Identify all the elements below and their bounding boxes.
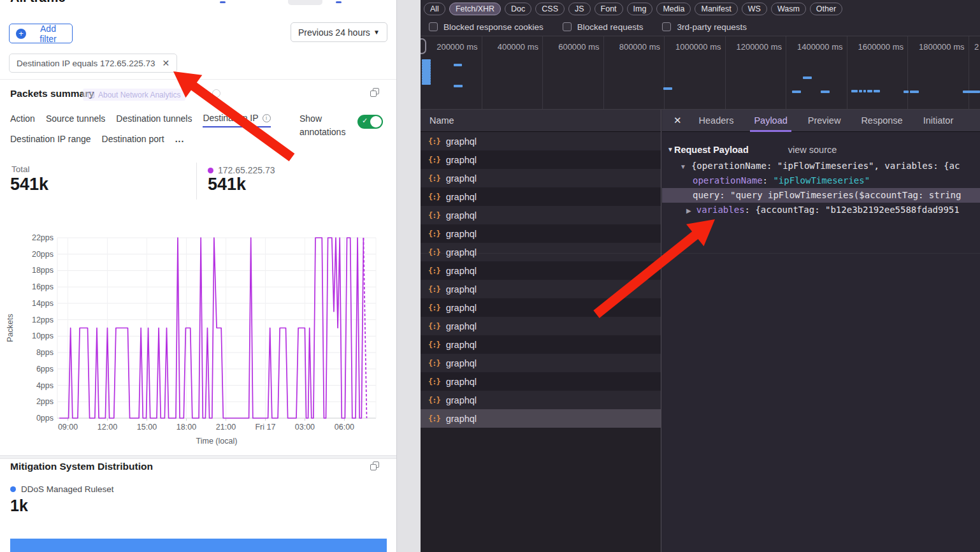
request-row[interactable]: {:}graphql (421, 132, 661, 150)
y-tick-label: 0pps (36, 414, 54, 423)
checkbox-label: Blocked response cookies (443, 22, 544, 32)
tab-destination-ip-range[interactable]: Destination IP range (10, 134, 91, 147)
request-timing-mark (851, 90, 858, 92)
filter-pill-font[interactable]: Font (594, 3, 623, 15)
payload-text: : (763, 175, 774, 185)
tab-source-tunnels[interactable]: Source tunnels (46, 113, 105, 127)
checkbox-blocked-response-cookies[interactable]: Blocked response cookies (429, 22, 544, 32)
close-icon[interactable]: ✕ (662, 115, 691, 126)
detail-tab-response[interactable]: Response (853, 110, 910, 132)
fetch-json-icon: {:} (428, 156, 440, 164)
request-row[interactable]: {:}graphql (421, 224, 661, 243)
request-row[interactable]: {:}graphql (421, 354, 661, 372)
fetch-json-icon: {:} (428, 174, 440, 183)
fetch-json-icon: {:} (428, 396, 440, 405)
request-row[interactable]: {:}graphql (421, 391, 661, 409)
request-timing-mark (792, 91, 801, 93)
request-name: graphql (446, 229, 477, 239)
request-timing-mark (663, 87, 672, 90)
clipped-toolbar-icon (336, 1, 342, 3)
filter-pill-img[interactable]: Img (627, 3, 653, 15)
timeline-tick-label: 1800000 ms (910, 42, 965, 52)
fetch-json-icon: {:} (428, 285, 440, 294)
filter-pill-media[interactable]: Media (656, 3, 691, 15)
packets-summary-tabs-row1: ActionSource tunnelsDestination tunnelsD… (10, 113, 271, 127)
filter-pill-doc[interactable]: Doc (505, 3, 531, 15)
tab-destination-ip[interactable]: Destination IPi (203, 113, 270, 127)
filter-chip[interactable]: Destination IP equals 172.65.225.73 ✕ (9, 54, 177, 73)
timeline-gridline (969, 36, 969, 110)
request-row[interactable]: {:}graphql (421, 206, 661, 224)
remove-filter-icon[interactable]: ✕ (162, 58, 169, 68)
request-row[interactable]: {:}graphql (421, 187, 661, 206)
show-annotations-toggle[interactable]: ✓ (357, 115, 383, 129)
filter-pill-wasm[interactable]: Wasm (771, 3, 806, 15)
time-range-dropdown[interactable]: Previous 24 hours ▼ (291, 22, 387, 42)
timeline-gridline (482, 36, 482, 110)
detail-tab-preview[interactable]: Preview (800, 110, 849, 132)
legend-color-dot (10, 486, 16, 492)
filter-pill-all[interactable]: All (424, 3, 445, 15)
request-row[interactable]: {:}graphql (421, 280, 661, 298)
payload-text: {operationName: "ipFlowTimeseries", vari… (691, 161, 960, 171)
view-source-link[interactable]: view source (788, 145, 837, 155)
filter-pill-ws[interactable]: WS (742, 3, 767, 15)
checkbox-3rd-party-requests[interactable]: 3rd-party requests (662, 22, 747, 32)
fetch-json-icon: {:} (428, 414, 440, 423)
tab-destination-tunnels[interactable]: Destination tunnels (116, 113, 192, 127)
total-label: Total (11, 164, 30, 174)
payload-line[interactable]: ▶variables: {accountTag: "b12e3b2192ee55… (662, 203, 980, 217)
fetch-json-icon: {:} (428, 322, 440, 331)
request-row[interactable]: {:}graphql (421, 335, 661, 354)
tab-overflow-menu[interactable]: ... (175, 134, 185, 147)
request-row[interactable]: {:}graphql (421, 261, 661, 280)
x-tick-label: 18:00 (177, 423, 196, 432)
tab-destination-port[interactable]: Destination port (102, 134, 164, 147)
request-row[interactable]: {:}graphql (421, 150, 661, 169)
collapse-triangle-icon[interactable]: ▼ (667, 146, 674, 153)
payload-line[interactable]: operationName: "ipFlowTimeseries" (662, 173, 980, 188)
request-row[interactable]: {:}graphql (421, 298, 661, 317)
y-tick-label: 2pps (36, 397, 54, 406)
expand-card-icon[interactable] (370, 88, 380, 98)
name-column-header[interactable]: Name (421, 110, 661, 132)
request-row[interactable]: {:}graphql (421, 372, 661, 391)
network-overview-timeline[interactable]: 200000 ms400000 ms600000 ms800000 ms1000… (421, 36, 980, 110)
filter-pill-js[interactable]: JS (568, 3, 591, 15)
timeline-gridline (847, 36, 847, 110)
devtools-panel: AllFetch/XHRDocCSSJSFontImgMediaManifest… (421, 0, 980, 552)
expand-card-icon[interactable] (370, 461, 380, 472)
y-tick-label: 8pps (36, 348, 54, 357)
request-row[interactable]: {:}graphql (421, 409, 661, 428)
detail-tab-initiator[interactable]: Initiator (916, 110, 962, 132)
request-row[interactable]: {:}graphql (421, 169, 661, 187)
tab-action[interactable]: Action (10, 113, 35, 127)
payload-line[interactable]: ▼{operationName: "ipFlowTimeseries", var… (662, 159, 980, 173)
payload-line-selected[interactable]: query: "query ipFlowTimeseries($accountT… (662, 188, 980, 203)
time-range-label: Previous 24 hours (298, 27, 370, 38)
y-tick-label: 10pps (32, 331, 54, 340)
detail-tab-payload[interactable]: Payload (746, 110, 795, 132)
request-row[interactable]: {:}graphql (421, 317, 661, 335)
timeline-tick-label: 200000 ms (423, 42, 478, 52)
filter-pill-fetch-xhr[interactable]: Fetch/XHR (449, 3, 501, 15)
filter-pill-css[interactable]: CSS (535, 3, 565, 15)
divider (196, 163, 197, 200)
add-filter-button[interactable]: + Add filter (9, 24, 73, 43)
y-tick-label: 16pps (32, 282, 54, 291)
timeline-tick-label: 600000 ms (545, 42, 600, 52)
expander-triangle-icon[interactable]: ▶ (686, 207, 691, 214)
timeline-tick-label: 1600000 ms (849, 42, 904, 52)
request-row[interactable]: {:}graphql (421, 243, 661, 261)
expander-triangle-icon[interactable]: ▼ (680, 163, 686, 170)
series-line-dashed (363, 238, 366, 418)
request-payload-title: Request Payload (674, 145, 749, 155)
detail-tab-headers[interactable]: Headers (691, 110, 742, 132)
payload-tree: ▼{operationName: "ipFlowTimeseries", var… (662, 159, 980, 217)
request-timing-mark (859, 90, 862, 92)
checkbox-blocked-requests[interactable]: Blocked requests (563, 22, 644, 32)
filter-pill-other[interactable]: Other (810, 3, 842, 15)
request-name: graphql (446, 414, 477, 424)
series-color-dot (208, 168, 213, 173)
filter-pill-manifest[interactable]: Manifest (695, 3, 737, 15)
